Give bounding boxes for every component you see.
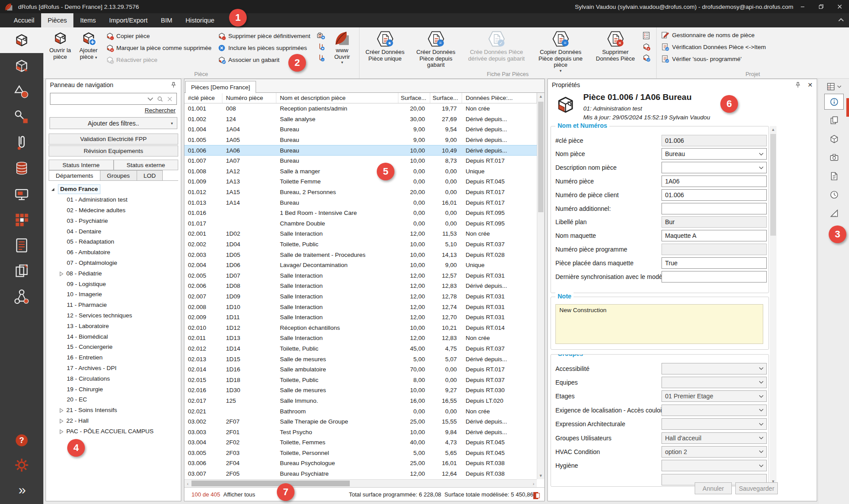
num-ro-pi-ce-input[interactable]: 1A06 <box>662 176 767 187</box>
libell-plan-input[interactable]: Bur <box>662 216 767 228</box>
close-button[interactable] <box>830 0 849 13</box>
tree-item-03-psychiatrie[interactable]: 03 - Psychiatrie <box>46 215 181 226</box>
column-header-0[interactable]: #clé pièce <box>184 93 222 103</box>
search-icon[interactable] <box>157 96 163 102</box>
table-row[interactable]: 01.0161 Bed Room - Intensive Care0,000,0… <box>184 208 537 218</box>
panel-files-button[interactable] <box>824 168 844 184</box>
chevron-down-icon[interactable] <box>759 464 764 467</box>
cancel-button[interactable]: Annuler <box>695 482 732 494</box>
tree-item-21-soins-intensifs[interactable]: 21 - Soins Intensifs <box>46 405 181 416</box>
panel-copy-button[interactable] <box>824 112 844 128</box>
table-row[interactable]: 02.0011D02Salle Interaction12,0011,53Non… <box>184 229 537 239</box>
note-textarea[interactable]: New Construction <box>555 304 763 344</box>
pin-icon[interactable] <box>170 82 177 88</box>
menu-tab-pi-ces[interactable]: Pièces <box>41 13 74 27</box>
table-row[interactable]: 02.0031D05Salle de traitement - Procedur… <box>184 249 537 260</box>
tree-item-06-ambulatoire[interactable]: 06 - Ambulatoire <box>46 247 181 258</box>
sidebar-departments-button[interactable] <box>0 207 43 233</box>
chevron-down-icon[interactable] <box>759 153 764 156</box>
hygi-ne-select[interactable] <box>662 460 767 471</box>
tab-status-externe[interactable]: Status externe <box>114 160 179 170</box>
table-row[interactable]: 03.0032F01Test Psycho10,009,84Dérivé dep… <box>184 427 537 437</box>
sidebar-rooms-button[interactable] <box>0 27 43 53</box>
sidebar-database-button[interactable] <box>0 156 43 181</box>
table-row[interactable]: 02.0091D11Salle Interaction12,0012,70Dep… <box>184 312 537 323</box>
equipes-select[interactable] <box>662 377 767 388</box>
sidebar-specs-button[interactable] <box>0 233 43 258</box>
clear-search-icon[interactable] <box>167 96 173 102</box>
tab-d-partements[interactable]: Départements <box>49 170 100 180</box>
table-row[interactable]: 01.0061A06Bureau10,0010,49Dérivé depuis.… <box>184 145 537 156</box>
search-input[interactable] <box>50 93 147 104</box>
r-vision-equipements-button[interactable]: Révision Equipements <box>49 145 178 157</box>
expression-architecturale-select[interactable] <box>662 418 767 430</box>
table-row[interactable]: 03.0022F07Salle Therapie de Groupe25,001… <box>184 416 537 427</box>
add-room-button[interactable]: Ajouter pièce ▾ <box>74 30 103 60</box>
horizontal-scroll-thumb[interactable] <box>191 481 350 486</box>
tree-item-05-r-adaptation[interactable]: 05 - Réadaptation <box>46 237 181 247</box>
vertical-scrollbar[interactable]: ▲ ▼ <box>537 93 544 479</box>
table-row[interactable]: 02.0021D04Toilette, Public10,005,10Depui… <box>184 239 537 250</box>
groupes-utilisateurs-select[interactable]: Hall d'acceuil <box>662 432 767 444</box>
scroll-left-icon[interactable]: ‹ <box>184 480 191 487</box>
nom-pi-ce-input[interactable]: Bureau <box>662 148 767 160</box>
chevron-down-icon[interactable] <box>759 423 764 426</box>
open-room-button[interactable]: Ouvrir la pièce <box>46 30 74 60</box>
table-row[interactable]: 02.0101D12Réception échantillons10,0010,… <box>184 322 537 333</box>
tree-item-18-circulations[interactable]: 18 - Circulations <box>46 373 181 384</box>
include-deleted-button[interactable]: Inclure les pièces supprimées <box>218 43 310 53</box>
cl-pi-ce-input[interactable]: 01.006 <box>662 135 767 146</box>
menu-tab-accueil[interactable]: Accueil <box>7 13 41 27</box>
tree-item-07-ophtalmologie[interactable]: 07 - Ophtalmologie <box>46 258 181 268</box>
copy-room-button[interactable]: −Copier pièce <box>106 31 211 41</box>
tree-item-pac-p-le-accueil-campus[interactable]: PAC - PÔLE ACCUEIL CAMPUS <box>46 426 181 436</box>
table-row[interactable]: 01.0051A05Bureau9,009,00Dérivé depuis... <box>184 135 537 145</box>
sidebar-room-data-button[interactable] <box>0 53 43 79</box>
sidebar-expand-button[interactable]: » <box>0 477 43 502</box>
minimize-button[interactable] <box>793 0 812 13</box>
table-row[interactable]: 01.0071A07Bureau10,008,73Depuis RT.017 <box>184 156 537 166</box>
panel-history-clock-button[interactable] <box>824 187 844 202</box>
scroll-up-icon[interactable]: ▲ <box>770 126 776 133</box>
table-row[interactable]: 02.017125Salle Immuno.16,0016,55Depuis L… <box>184 396 537 406</box>
tree-item-12-services-techniques[interactable]: 12 - Services techniques <box>46 310 181 321</box>
chevron-down-icon[interactable] <box>759 166 764 169</box>
column-header-5[interactable]: Données Pièce:... <box>462 93 537 103</box>
sidebar-attachments-button[interactable] <box>0 130 43 156</box>
gestionnaire-de-noms-de-pi-ce-button[interactable]: Gestionnaire de noms de pièce <box>661 30 845 40</box>
sidebar-equipment-button[interactable] <box>0 181 43 207</box>
menu-tab-import-export[interactable]: Import/Export <box>103 13 154 27</box>
scroll-down-icon[interactable]: ▼ <box>537 472 544 479</box>
table-row[interactable]: 01.0081A12Salle à manger0,000,00Unique <box>184 166 537 177</box>
table-row[interactable]: 03.0062F04Bureau Psychologue25,0016,01De… <box>184 458 537 469</box>
tree-item-08-p-diatrie[interactable]: 08 - Pédiatrie <box>46 268 181 279</box>
num-ro-de-pi-ce-client-input[interactable]: 01.006 <box>662 189 767 201</box>
table-row[interactable]: 02.0121D14Toilette, Public45,004,75Depui… <box>184 344 537 354</box>
save-button[interactable]: Sauvegarder <box>735 482 778 494</box>
attach-link-icon[interactable]: ∞ <box>317 53 325 62</box>
column-header-4[interactable]: Surface... <box>430 93 462 103</box>
room-blue-icon[interactable]: ↺ <box>642 53 650 62</box>
restore-button[interactable] <box>812 0 830 13</box>
chevron-down-icon[interactable] <box>759 395 764 398</box>
table-row[interactable]: 01.0121A15Bureau, 2 Personnes20,000,00De… <box>184 187 537 198</box>
sidebar-shapes-button[interactable] <box>0 79 43 104</box>
vertical-scroll-thumb[interactable] <box>538 102 543 212</box>
tree-item-14-biom-dical[interactable]: 14 - Biomédical <box>46 331 181 342</box>
table-row[interactable]: 02.0141D16Salle ambulatoire70,000,00Depu… <box>184 364 537 375</box>
copier-donn-es-pi-ce-depuis-une-pi-ce-button[interactable]: = Copier Données Pièce depuis une pièce▾ <box>529 30 592 73</box>
table-row[interactable]: 02.0161D30Salle de mesures10,009,27Depui… <box>184 385 537 396</box>
tree-item-09-logistique[interactable]: 09 - Logistique <box>46 279 181 289</box>
num-ro-additionnel-input[interactable] <box>662 203 767 214</box>
menu-tab-items[interactable]: Items <box>73 13 102 27</box>
table-row[interactable]: 01.001008Reception patients/admin20,0019… <box>184 103 537 114</box>
open-web-button[interactable]: www Ouvrir ▾ <box>328 30 356 65</box>
cr-er-donn-es-pi-ce-depuis-gabarit-button[interactable]: = Créer Données Pièce depuis gabarit <box>408 30 464 69</box>
camera-add-icon[interactable] <box>317 31 325 40</box>
sidebar-documents-button[interactable] <box>0 258 43 284</box>
sidebar-connections-button[interactable] <box>0 104 43 130</box>
search-link[interactable]: Rechercher <box>51 107 176 114</box>
tree-item-16-entretien[interactable]: 16 - Entretien <box>46 352 181 363</box>
panel-model-cube-button[interactable] <box>824 131 844 147</box>
pin-icon[interactable] <box>795 82 801 88</box>
